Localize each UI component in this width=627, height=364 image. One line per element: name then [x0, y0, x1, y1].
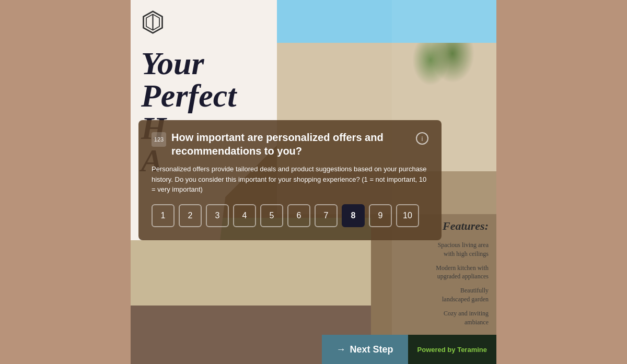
powered-by-label: Powered by Teramine	[408, 335, 496, 364]
bottom-bar: → Next Step Powered by Teramine	[131, 335, 496, 364]
feature-item-3: Beautifullylandscaped garden	[442, 286, 489, 304]
rating-btn-2[interactable]: 2	[179, 204, 202, 227]
rating-btn-9[interactable]: 9	[369, 204, 392, 227]
modal-overlay: 123 How important are personalized offer…	[138, 120, 442, 240]
modal-icon-label: 123	[154, 136, 164, 143]
powered-by-text: Powered by	[417, 346, 456, 354]
modal-description: Personalized offers provide tailored dea…	[152, 164, 428, 195]
modal-title: How important are personalized offers an…	[171, 131, 416, 158]
next-step-arrow: →	[336, 344, 346, 355]
features-title: Features:	[443, 219, 489, 233]
info-icon[interactable]: i	[416, 132, 428, 145]
heading-line1: Your	[141, 47, 236, 79]
feature-item-1: Spacious living areawith high ceilings	[438, 241, 489, 259]
rating-btn-8[interactable]: 8	[342, 204, 365, 227]
next-step-label: Next Step	[350, 344, 393, 355]
rating-btn-7[interactable]: 7	[315, 204, 338, 227]
powered-by-brand: Teramine	[457, 346, 487, 354]
rating-btn-5[interactable]: 5	[260, 204, 283, 227]
rating-btn-4[interactable]: 4	[233, 204, 256, 227]
feature-item-4: Cozy and invitingambiance	[444, 309, 489, 327]
modal-header: 123 How important are personalized offer…	[152, 131, 428, 158]
main-container: Your Perfect H A Features: Spacious livi…	[131, 0, 496, 364]
logo	[141, 10, 165, 34]
heading-line2: Perfect	[141, 79, 236, 112]
rating-btn-6[interactable]: 6	[287, 204, 310, 227]
feature-item-2: Modern kitchen withupgraded appliances	[436, 264, 489, 281]
rating-btn-10[interactable]: 10	[396, 204, 419, 227]
rating-btn-1[interactable]: 1	[152, 204, 175, 227]
rating-row: 1 2 3 4 5 6 7 8 9 10	[152, 204, 428, 227]
modal-header-left: 123 How important are personalized offer…	[152, 131, 416, 158]
rating-btn-3[interactable]: 3	[206, 204, 229, 227]
modal-type-icon: 123	[152, 132, 166, 147]
next-step-button[interactable]: → Next Step	[322, 335, 408, 364]
